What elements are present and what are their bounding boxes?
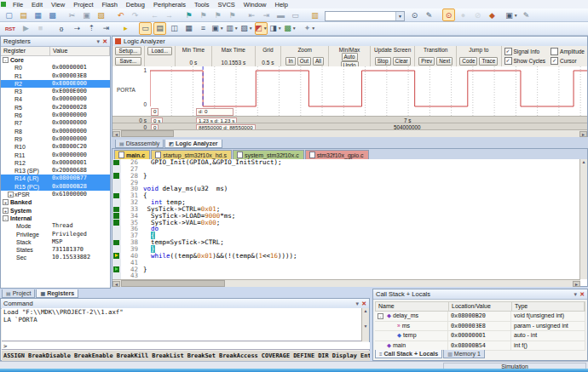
expand-icon[interactable]: + (8, 192, 14, 197)
register-row-stack[interactable]: StackMSP (1, 238, 110, 246)
breakpoint-margin[interactable] (112, 199, 121, 206)
register-row-xpsr[interactable]: +xPSR0x61000000 (1, 191, 110, 198)
register-row-r4[interactable]: R40x00000000 (1, 95, 110, 103)
register-row-r7[interactable]: R70x00000000 (1, 119, 110, 127)
breakpoint-margin[interactable] (112, 272, 121, 279)
collapse-icon[interactable]: - (378, 313, 383, 319)
find-input[interactable]: ▼ (325, 11, 405, 21)
symbol-window-icon[interactable]: ◫ (168, 22, 181, 35)
register-row-states[interactable]: States731181370 (1, 246, 110, 254)
trace-window-icon[interactable]: ◨▼ (269, 22, 282, 35)
expand-icon[interactable]: + (3, 199, 9, 205)
breakpoint-margin[interactable] (112, 246, 121, 253)
nav-forward-icon[interactable]: → (163, 9, 176, 21)
setup-button[interactable]: Setup... (115, 47, 141, 55)
zoom-out-button[interactable]: Out (297, 57, 311, 66)
breakpoint-margin[interactable] (112, 253, 121, 260)
tab-call-stack-locals[interactable]: ≡Call Stack + Locals (375, 350, 442, 358)
menu-peripherals[interactable]: Peripherals (149, 1, 190, 9)
call-stack-window-icon[interactable]: ≡ (197, 22, 210, 35)
pin-icon[interactable]: ▾ (574, 289, 578, 299)
register-row-privilege[interactable]: PrivilegePrivileged (1, 231, 110, 238)
update-screen-clear-button[interactable]: Clear (393, 57, 411, 66)
editor-vscrollbar[interactable]: ▲ (579, 159, 587, 279)
register-row-r2[interactable]: R20xE000E000 (1, 80, 110, 88)
analysis-window-icon[interactable]: ◩▼ (255, 22, 268, 35)
file-tab-system-stm32f10x-c[interactable]: system_stm32f10x.c (233, 150, 304, 159)
register-row-r6[interactable]: R60x00000000 (1, 112, 110, 119)
zoom-in-button[interactable]: In (285, 57, 295, 66)
stop-icon[interactable]: ■ (34, 22, 47, 35)
cut-icon[interactable]: ✂ (66, 9, 78, 21)
copy-icon[interactable]: ▣ (80, 9, 93, 21)
code-text[interactable]: while((temp&0x01)&&(!(temp&(1<<16)))); (143, 253, 297, 260)
memory-window-icon[interactable]: ▥▼ (226, 22, 239, 35)
minmax-auto-button[interactable]: Auto (342, 53, 358, 61)
transition-prev-button[interactable]: Prev (418, 57, 435, 66)
checkbox-icon[interactable] (551, 48, 558, 55)
file-tab-main-c[interactable]: main.c (114, 150, 150, 159)
menu-help[interactable]: Help (271, 1, 292, 9)
breakpoint-margin[interactable] (112, 159, 121, 166)
configure-target-icon[interactable]: ▣▼ (505, 9, 518, 21)
registers-window-icon[interactable]: ▦ (182, 22, 195, 35)
register-row-r10[interactable]: R100x08000C20 (1, 143, 110, 151)
breakpoint-margin[interactable] (112, 180, 121, 186)
transition-next-button[interactable]: Next (436, 57, 453, 66)
code-area[interactable]: 26 GPIO_Init(GPIOA,&GPIO_InitStruct);272… (112, 159, 580, 279)
bookmark-toggle-icon[interactable]: ⚑ (182, 9, 195, 21)
close-icon[interactable]: ✕ (102, 37, 107, 46)
disassembly-window-icon[interactable]: ▤ (153, 22, 166, 35)
bookmark-prev-icon[interactable]: ⚑ (197, 9, 210, 21)
menu-tools[interactable]: Tools (190, 1, 214, 9)
breakpoint-margin[interactable] (112, 260, 121, 266)
checkbox-show-cycles[interactable]: ✓Show Cycles (504, 57, 546, 65)
comment-icon[interactable]: ▬ (274, 9, 287, 21)
tab-disassembly[interactable]: ▤Disassembly (115, 140, 164, 148)
indent-left-icon[interactable]: ⇤ (245, 9, 258, 21)
register-row-r12[interactable]: R120x00000001 (1, 159, 110, 167)
register-row-r13-sp-[interactable]: R13 (SP)0x20000688 (1, 167, 110, 175)
debug-toolbox-icon[interactable]: ✦▼ (303, 22, 316, 35)
register-row-r11[interactable]: R110x00000000 (1, 152, 110, 159)
register-row-r8[interactable]: R80x00000000 (1, 128, 110, 135)
register-row-r3[interactable]: R30xE000E000 (1, 88, 110, 95)
breakpoint-margin[interactable] (112, 226, 121, 232)
breakpoint-margin[interactable] (112, 206, 121, 213)
target-options-icon[interactable]: ◆ (486, 9, 499, 21)
disabled-tool-icon-1[interactable]: ● (457, 9, 470, 21)
undo-icon[interactable]: ↶ (114, 9, 127, 21)
system-viewer-icon[interactable]: ▩▼ (284, 22, 297, 35)
checkbox-icon[interactable]: ✓ (504, 57, 512, 65)
update-screen-stop-button[interactable]: Stop (375, 57, 391, 66)
register-row-r5[interactable]: R50x20000028 (1, 104, 110, 112)
breakpoint-margin[interactable] (112, 186, 121, 192)
breakpoint-margin[interactable] (112, 220, 121, 226)
close-icon[interactable]: ✕ (579, 289, 585, 299)
register-row-r15-pc-[interactable]: R15 (PC)0x08000B28 (1, 183, 110, 191)
menu-view[interactable]: View (47, 1, 69, 9)
jump-to-trace-button[interactable]: Trace (479, 57, 498, 66)
uncomment-icon[interactable]: ▭ (289, 9, 302, 21)
register-row-r14-lr-[interactable]: R14 (LR)0x08000B77 (1, 175, 110, 182)
code-text[interactable]: temp=SysTick->CTRL; (143, 239, 224, 246)
code-text[interactable]: } (143, 173, 147, 180)
redo-icon[interactable]: ↷ (129, 9, 141, 21)
register-row-mode[interactable]: ModeThread (1, 222, 110, 230)
checkbox-cursor[interactable]: ✓Cursor (551, 57, 585, 65)
tab-memory-1[interactable]: ▥Memory 1 (443, 350, 485, 358)
code-text[interactable]: void delay_ms(u32 ms) (143, 186, 228, 192)
call-stack-row-ms[interactable]: »ms0x000003E8param - unsigned int (375, 322, 585, 332)
find-in-files-icon[interactable]: ⊙ (408, 9, 421, 21)
register-row-system[interactable]: +System (1, 207, 110, 215)
pin-icon[interactable]: ▾ (356, 299, 360, 308)
menu-flash[interactable]: Flash (98, 1, 122, 9)
step-into-icon[interactable]: {} (54, 23, 69, 36)
collapse-icon[interactable]: - (3, 57, 9, 63)
open-file-icon[interactable]: ▤ (17, 9, 30, 21)
disabled-tool-icon-2[interactable]: ⊘ (471, 9, 484, 21)
tab-registers[interactable]: ▦Registers (36, 289, 78, 298)
jump-to-code-button[interactable]: Code (459, 57, 477, 66)
run-to-cursor-icon[interactable]: ⇥ (100, 22, 112, 35)
command-window-icon[interactable]: ▭ (139, 22, 152, 35)
